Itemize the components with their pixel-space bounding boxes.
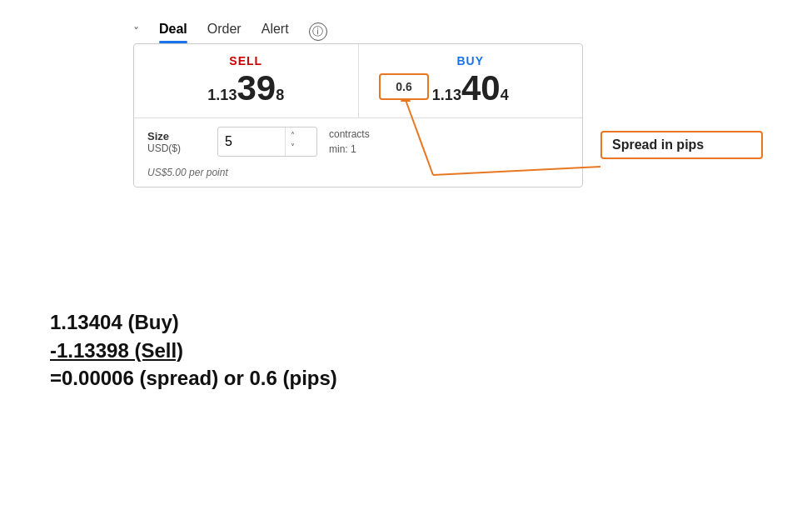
math-line-1: 1.13404 (Buy): [50, 308, 337, 337]
size-row: Size USD($) ˄ ˅ contracts min: 1: [134, 118, 582, 165]
size-input-wrap: ˄ ˅: [217, 127, 317, 157]
size-arrows: ˄ ˅: [285, 128, 300, 156]
sell-main: 39: [237, 71, 276, 106]
buy-label: BUY: [456, 54, 484, 68]
tab-alert[interactable]: Alert: [262, 22, 289, 42]
buy-suffix: 4: [501, 87, 509, 104]
sell-price: 1.13 39 8: [207, 71, 284, 106]
math-section: 1.13404 (Buy) -1.13398 (Sell) =0.00006 (…: [50, 308, 337, 392]
sell-label: SELL: [229, 54, 262, 68]
contracts-info: contracts min: 1: [329, 127, 370, 157]
sell-prefix: 1.13: [207, 87, 237, 104]
info-icon[interactable]: ⓘ: [309, 22, 327, 41]
trading-panel: SELL 1.13 39 8 BUY 1.13 40 4 Size USD($): [133, 43, 583, 188]
sell-suffix: 8: [276, 87, 284, 104]
tab-order[interactable]: Order: [207, 22, 242, 42]
price-row: SELL 1.13 39 8 BUY 1.13 40 4: [134, 44, 582, 118]
spread-label-box: Spread in pips: [600, 131, 763, 159]
size-input[interactable]: [218, 134, 285, 149]
size-down-arrow[interactable]: ˅: [286, 142, 300, 153]
size-label: Size: [147, 130, 206, 142]
buy-main: 40: [461, 71, 501, 106]
chevron-icon[interactable]: ˅: [133, 25, 139, 38]
math-line-2: -1.13398 (Sell): [50, 337, 337, 365]
tab-deal[interactable]: Deal: [159, 22, 187, 42]
contracts-line2: min: 1: [329, 142, 370, 157]
buy-prefix: 1.13: [432, 87, 461, 104]
math-line-3: =0.00006 (spread) or 0.6 (pips): [50, 364, 337, 392]
spread-bubble: 0.6: [379, 73, 429, 100]
size-label-block: Size USD($): [147, 130, 206, 154]
sell-side[interactable]: SELL 1.13 39 8: [134, 44, 359, 118]
buy-price: 1.13 40 4: [432, 71, 509, 106]
size-currency: USD($): [147, 142, 206, 154]
tab-bar: ˅ Deal Order Alert ⓘ: [133, 10, 327, 42]
size-up-arrow[interactable]: ˄: [286, 130, 300, 142]
per-point-note: US$5.00 per point: [134, 165, 582, 187]
contracts-line1: contracts: [329, 127, 370, 142]
